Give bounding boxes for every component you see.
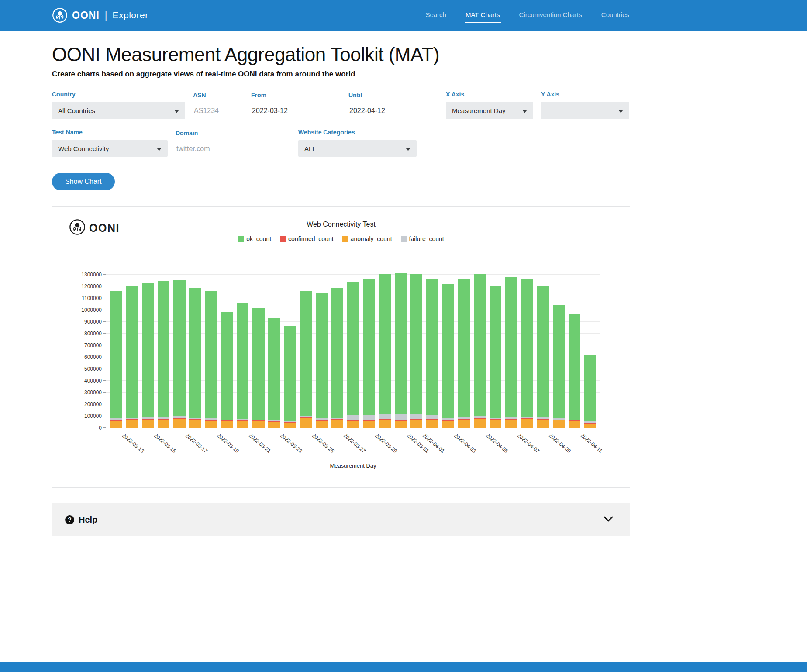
legend-item-confirmed_count[interactable]: confirmed_count [280, 235, 334, 242]
bar-2022-03-29[interactable]: 2022-03-29 [377, 268, 393, 428]
nav-countries[interactable]: Countries [600, 8, 630, 23]
help-bar[interactable]: Help [52, 503, 630, 536]
bar-2022-04-05[interactable]: 2022-04-05 [488, 268, 504, 428]
bar-segment-anomaly_count [331, 420, 344, 428]
x-tick-label: 2022-04-09 [548, 432, 572, 454]
bar-2022-04-10[interactable] [566, 268, 582, 428]
stacked-bar [126, 268, 138, 428]
yaxis-select[interactable] [541, 102, 629, 119]
bar-2022-04-11[interactable]: 2022-04-11 [583, 268, 598, 428]
bar-2022-04-03[interactable]: 2022-04-03 [456, 268, 472, 428]
x-tick-label: 2022-03-25 [311, 432, 335, 454]
bar-segment-anomaly_count [363, 421, 375, 428]
bar-segment-ok_count [395, 273, 407, 414]
bar-segment-ok_count [505, 277, 517, 417]
bar-2022-03-23[interactable]: 2022-03-23 [282, 268, 298, 428]
page-title: OONI Measurement Aggregation Toolkit (MA… [52, 44, 630, 65]
website-categories-select[interactable]: ALL [298, 140, 417, 157]
from-date-input[interactable] [251, 103, 341, 119]
bar-2022-03-26[interactable] [330, 268, 345, 428]
xaxis-label: X Axis [446, 91, 533, 98]
bar-2022-04-08[interactable] [535, 268, 551, 428]
stacked-bar [237, 268, 249, 428]
nav-mat-charts[interactable]: MAT Charts [465, 8, 501, 23]
legend-item-ok_count[interactable]: ok_count [238, 235, 271, 242]
country-select[interactable]: All Countries [52, 102, 185, 119]
legend-swatch [238, 236, 244, 242]
y-tick-label: 100000 [65, 413, 102, 419]
bar-segment-anomaly_count [490, 420, 502, 428]
bar-segment-failure_count [347, 415, 359, 420]
nav-search[interactable]: Search [424, 8, 447, 23]
bar-2022-03-15[interactable]: 2022-03-15 [156, 268, 172, 428]
bar-2022-03-17[interactable]: 2022-03-17 [187, 268, 203, 428]
bar-2022-03-31[interactable]: 2022-03-31 [409, 268, 424, 428]
bar-segment-anomaly_count [553, 420, 565, 428]
website-categories-field: Website Categories ALL [298, 129, 417, 157]
from-field: From [251, 92, 341, 119]
nav-circumvention-charts[interactable]: Circumvention Charts [518, 8, 583, 23]
bar-2022-03-22[interactable] [266, 268, 282, 428]
bar-segment-anomaly_count [237, 421, 249, 428]
asn-input[interactable] [193, 103, 243, 119]
bar-2022-03-30[interactable] [393, 268, 408, 428]
until-date-input[interactable] [348, 103, 438, 119]
bar-segment-anomaly_count [395, 421, 407, 428]
bar-segment-anomaly_count [569, 421, 581, 428]
bar-segment-anomaly_count [252, 421, 265, 428]
bar-2022-03-24[interactable] [298, 268, 314, 428]
bar-segment-ok_count [158, 281, 170, 417]
show-chart-button[interactable]: Show Chart [52, 173, 115, 190]
bar-2022-03-28[interactable] [361, 268, 377, 428]
bar-segment-anomaly_count [268, 422, 280, 428]
bar-segment-ok_count [205, 291, 217, 419]
bar-2022-03-12[interactable] [108, 268, 124, 428]
stacked-bar [521, 268, 533, 428]
stacked-bar [347, 268, 359, 428]
bar-2022-04-09[interactable]: 2022-04-09 [551, 268, 566, 428]
chart-card: OONI Web Connectivity Test ok_countconfi… [52, 206, 630, 488]
stacked-bar [268, 268, 280, 428]
bar-2022-03-27[interactable]: 2022-03-27 [345, 268, 361, 428]
help-collapse-button[interactable] [600, 511, 617, 528]
stacked-bar [569, 268, 581, 428]
bar-segment-anomaly_count [442, 421, 454, 428]
bar-segment-anomaly_count [158, 420, 170, 428]
bar-2022-04-02[interactable] [440, 268, 456, 428]
bar-2022-03-18[interactable] [203, 268, 219, 428]
x-tick-label: 2022-04-07 [516, 432, 541, 454]
from-label: From [251, 92, 341, 99]
domain-input[interactable] [176, 141, 290, 157]
stacked-bar [316, 268, 328, 428]
x-tick-label: 2022-03-27 [342, 432, 367, 454]
bar-segment-anomaly_count [110, 421, 122, 428]
bar-2022-04-07[interactable]: 2022-04-07 [519, 268, 535, 428]
bar-2022-03-19[interactable]: 2022-03-19 [219, 268, 235, 428]
bar-2022-03-21[interactable]: 2022-03-21 [251, 268, 266, 428]
bar-segment-anomaly_count [347, 421, 359, 428]
legend-item-anomaly_count[interactable]: anomaly_count [342, 235, 392, 242]
help-label: Help [79, 515, 97, 525]
y-tick-label: 400000 [65, 378, 102, 384]
bar-2022-03-20[interactable] [235, 268, 251, 428]
bar-2022-03-14[interactable] [140, 268, 155, 428]
ooni-octopus-icon [52, 7, 68, 23]
legend-item-failure_count[interactable]: failure_count [401, 235, 444, 242]
bar-2022-03-16[interactable] [172, 268, 187, 428]
legend-swatch [342, 236, 348, 242]
bar-segment-anomaly_count [379, 420, 391, 428]
xaxis-select[interactable]: Measurement Day [446, 102, 533, 119]
country-field: Country All Countries [52, 91, 185, 119]
bar-2022-03-25[interactable]: 2022-03-25 [314, 268, 329, 428]
x-tick-label: 2022-03-17 [184, 432, 209, 454]
ooni-explorer-logo[interactable]: OONI | Explorer [52, 7, 148, 23]
bar-segment-failure_count [363, 415, 375, 420]
plot-wrap: 0100000200000300000400000500000600000700… [62, 268, 620, 469]
test-name-select[interactable]: Web Connectivity [52, 140, 168, 157]
stacked-bar [426, 268, 438, 428]
bar-2022-03-13[interactable]: 2022-03-13 [124, 268, 140, 428]
bar-2022-04-01[interactable]: 2022-04-01 [424, 268, 440, 428]
bar-2022-04-04[interactable] [472, 268, 487, 428]
bar-2022-04-06[interactable] [504, 268, 519, 428]
filter-row-2: Test Name Web Connectivity Domain Websit… [52, 129, 630, 157]
